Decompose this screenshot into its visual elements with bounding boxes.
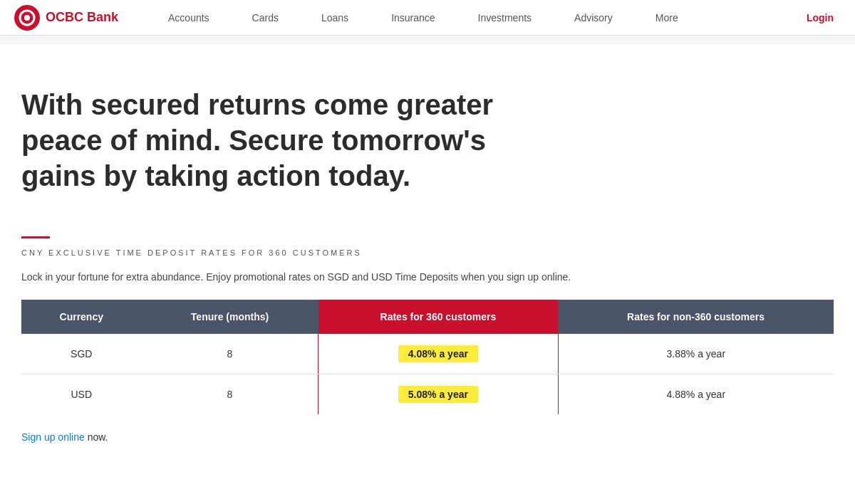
navbar-link-cards[interactable]: Cards xyxy=(231,0,300,36)
cell-tenure-usd: 8 xyxy=(142,374,318,415)
navbar-link-loans[interactable]: Loans xyxy=(300,0,370,36)
login-button[interactable]: Login xyxy=(799,12,841,23)
cell-rate360-sgd: 4.08% a year xyxy=(318,334,559,374)
navbar-link-accounts[interactable]: Accounts xyxy=(147,0,231,36)
section-subtitle: CNY EXCLUSIVE TIME DEPOSIT RATES FOR 360… xyxy=(21,248,834,257)
svg-point-2 xyxy=(24,15,30,21)
navbar-link-insurance[interactable]: Insurance xyxy=(370,0,456,36)
cell-tenure-sgd: 8 xyxy=(142,334,318,374)
table-row: SGD 8 4.08% a year 3.88% a year xyxy=(21,334,834,374)
rate-highlight-sgd: 4.08% a year xyxy=(398,345,478,362)
cell-currency-usd: USD xyxy=(21,374,142,415)
rate-highlight-usd: 5.08% a year xyxy=(398,386,478,403)
signup-suffix: now. xyxy=(85,431,108,443)
col-header-rate-360: Rates for 360 customers xyxy=(318,300,559,334)
deposit-table: Currency Tenure (months) Rates for 360 c… xyxy=(21,300,834,414)
col-header-tenure: Tenure (months) xyxy=(142,300,318,334)
cell-ratenon360-sgd: 3.88% a year xyxy=(558,334,834,374)
cell-ratenon360-usd: 4.88% a year xyxy=(558,374,834,415)
main-content: With secured returns come greater peace … xyxy=(0,44,855,493)
navbar-link-more[interactable]: More xyxy=(634,0,700,36)
col-header-currency: Currency xyxy=(21,300,142,334)
ocbc-logo-icon xyxy=(14,5,40,31)
signup-link[interactable]: Sign up online xyxy=(21,431,85,443)
page-header-bar xyxy=(0,36,855,44)
table-row: USD 8 5.08% a year 4.88% a year xyxy=(21,374,834,415)
navbar-link-advisory[interactable]: Advisory xyxy=(553,0,634,36)
cell-rate360-usd: 5.08% a year xyxy=(318,374,559,415)
navbar-link-investments[interactable]: Investments xyxy=(457,0,553,36)
section-description: Lock in your fortune for extra abundance… xyxy=(21,271,834,283)
cell-currency-sgd: SGD xyxy=(21,334,142,374)
signup-text: Sign up online now. xyxy=(21,431,834,443)
deposit-section: CNY EXCLUSIVE TIME DEPOSIT RATES FOR 360… xyxy=(21,236,834,443)
navbar: OCBC Bank Accounts Cards Loans Insurance… xyxy=(0,0,855,36)
navbar-links: Accounts Cards Loans Insurance Investmen… xyxy=(147,0,799,36)
logo-text: OCBC Bank xyxy=(46,10,118,25)
logo[interactable]: OCBC Bank xyxy=(14,5,118,31)
hero-title: With secured returns come greater peace … xyxy=(21,87,534,194)
section-rule xyxy=(21,236,50,238)
col-header-rate-non360: Rates for non-360 customers xyxy=(558,300,834,334)
